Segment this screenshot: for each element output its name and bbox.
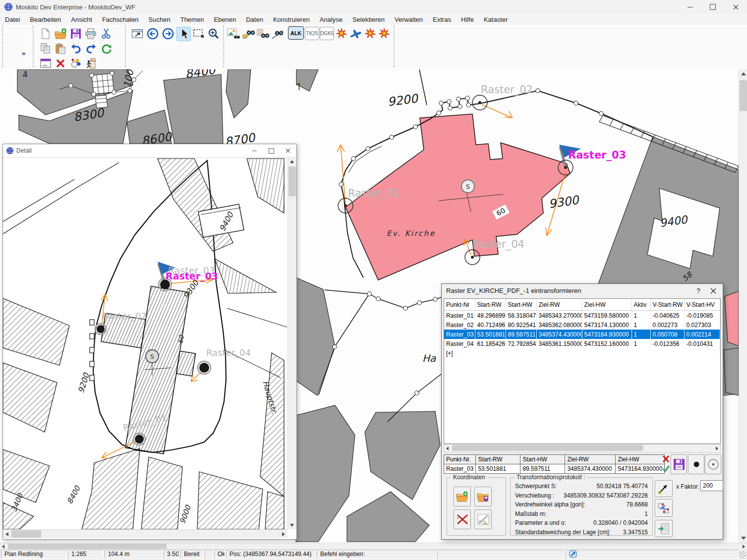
scroll-left-arrow[interactable] <box>5 532 8 536</box>
detail-window[interactable]: Detail <box>2 144 297 540</box>
target-point-button[interactable] <box>705 454 721 474</box>
vertex-node[interactable] <box>132 78 136 82</box>
apply-protocol-button[interactable] <box>655 520 673 537</box>
plane-button[interactable] <box>348 27 362 40</box>
menu-hilfe[interactable]: Hilfe <box>456 15 479 24</box>
menu-konstruieren[interactable]: Konstruieren <box>268 15 315 24</box>
detail-control-point-Raster_02[interactable] <box>97 325 105 333</box>
fire-1-button[interactable] <box>335 27 348 40</box>
column-header[interactable]: V-Start-RW <box>650 299 684 311</box>
delete-points-button[interactable] <box>454 509 471 529</box>
map-vertical-scrollbar[interactable] <box>739 69 747 543</box>
detail-vertical-scrollbar[interactable] <box>287 158 296 529</box>
scroll-right-arrow[interactable] <box>743 545 745 549</box>
dialog-titlebar[interactable]: Raster EV_KIRCHE_PDF_-1 eintransformiere… <box>442 284 723 297</box>
vertex-node[interactable] <box>333 345 337 349</box>
fire-2-button[interactable] <box>363 27 377 40</box>
vertex-node[interactable] <box>599 112 603 115</box>
status-cell-8[interactable]: Befehl eingeben: <box>317 550 436 559</box>
delete-button[interactable] <box>54 56 67 70</box>
add-row[interactable]: [+] <box>444 348 720 358</box>
menu-fachschalen[interactable]: Fachschalen <box>97 15 144 24</box>
settings-button[interactable] <box>69 56 82 70</box>
open-file-button[interactable] <box>54 27 67 40</box>
transform-dialog[interactable]: Raster EV_KIRCHE_PDF_-1 eintransformiere… <box>441 283 723 540</box>
vertex-node[interactable] <box>466 103 470 107</box>
vertex-node[interactable] <box>417 301 421 305</box>
vertex-node[interactable] <box>92 92 96 96</box>
close-button[interactable] <box>724 0 747 14</box>
detail-horizontal-scrollbar[interactable] <box>3 529 287 538</box>
menu-verwalten[interactable]: Verwalten <box>390 15 428 24</box>
menu-ansicht[interactable]: Ansicht <box>66 15 97 24</box>
column-header[interactable]: Start-HW <box>506 299 536 311</box>
column-header[interactable]: Ziel-RW <box>536 299 582 311</box>
vertex-node[interactable] <box>339 182 343 186</box>
vertex-node[interactable] <box>437 111 441 115</box>
load-coordinates-button[interactable] <box>454 487 471 506</box>
refresh-button[interactable] <box>100 42 113 55</box>
menu-ebenen[interactable]: Ebenen <box>209 15 241 24</box>
vector-display-button[interactable] <box>655 480 673 497</box>
confirm-edit-button[interactable] <box>662 464 670 475</box>
column-header[interactable]: Aktiv <box>632 299 650 311</box>
fit-view-button[interactable] <box>130 27 144 40</box>
measure-line-button[interactable] <box>474 509 492 529</box>
vertex-node[interactable] <box>415 391 419 395</box>
vertex-node[interactable] <box>465 96 469 100</box>
vscroll-thumb[interactable] <box>740 80 747 111</box>
scroll-up-arrow[interactable] <box>290 160 294 163</box>
toolbar-overflow-chevron[interactable]: » <box>22 50 25 57</box>
vertex-node[interactable] <box>367 292 371 296</box>
column-header[interactable]: Start-RW <box>475 299 506 311</box>
save-points-button[interactable] <box>671 454 687 474</box>
table-row-Raster_02[interactable]: Raster_0240.71249680.9225413485362.08000… <box>444 320 720 330</box>
detail-control-point-Raster_04[interactable] <box>199 363 209 373</box>
cancel-edit-button[interactable] <box>662 455 670 465</box>
vertex-node[interactable] <box>376 297 380 301</box>
scroll-right-arrow[interactable] <box>716 447 718 450</box>
detail-titlebar[interactable]: Detail <box>3 144 296 158</box>
back-button[interactable] <box>146 27 159 40</box>
menu-daten[interactable]: Daten <box>241 15 268 24</box>
zoom-in-button[interactable] <box>207 27 220 40</box>
scroll-left-arrow[interactable] <box>446 447 449 450</box>
menu-suchen[interactable]: Suchen <box>144 15 175 24</box>
maximize-button[interactable] <box>701 0 724 14</box>
scroll-left-arrow[interactable] <box>2 545 4 549</box>
scroll-right-arrow[interactable] <box>282 532 285 536</box>
points-table[interactable]: Punkt-NrStart-RWStart-HWZiel-RWZiel-HWAk… <box>444 299 720 358</box>
detail-vscroll-thumb[interactable] <box>288 167 296 196</box>
dialog-close-button[interactable] <box>706 285 721 296</box>
search-route-button[interactable] <box>271 27 284 40</box>
vertex-node[interactable] <box>90 73 94 77</box>
vertex-node[interactable] <box>536 89 540 93</box>
exit-button[interactable]: Exit <box>84 56 97 70</box>
new-document-button[interactable] <box>39 27 52 40</box>
dialog-help-button[interactable]: ? <box>691 285 706 296</box>
image-search-button[interactable] <box>227 27 240 40</box>
menu-themen[interactable]: Themen <box>175 15 209 24</box>
vertex-node[interactable] <box>457 97 460 101</box>
paste-button[interactable] <box>54 42 67 55</box>
vertex-node[interactable] <box>458 105 462 109</box>
vertex-node[interactable] <box>403 306 407 310</box>
vertex-node[interactable] <box>413 125 417 129</box>
hscroll-thumb[interactable] <box>8 544 167 549</box>
point-mode-button[interactable] <box>688 454 704 474</box>
menu-analyse[interactable]: Analyse <box>315 15 347 24</box>
table-row-Raster_03[interactable]: Raster_0353.50188189.5975113485374.43000… <box>444 330 720 339</box>
table-hscroll-thumb[interactable] <box>452 445 643 451</box>
table-horizontal-scrollbar[interactable] <box>444 444 721 453</box>
vertex-node[interactable] <box>447 100 451 104</box>
copy-button[interactable] <box>39 42 52 55</box>
menu-datei[interactable]: Datei <box>0 15 25 24</box>
tk25-layer-button[interactable]: TK25 <box>305 27 319 40</box>
save-button[interactable] <box>69 27 82 40</box>
select-rect-button[interactable] <box>192 27 205 40</box>
detail-minimize-button[interactable] <box>246 145 263 157</box>
detail-hscroll-thumb[interactable] <box>11 530 41 538</box>
resize-grip[interactable] <box>739 551 746 558</box>
window-new-button[interactable] <box>39 56 52 70</box>
dgk5-layer-button[interactable]: DGK5 <box>320 27 334 40</box>
